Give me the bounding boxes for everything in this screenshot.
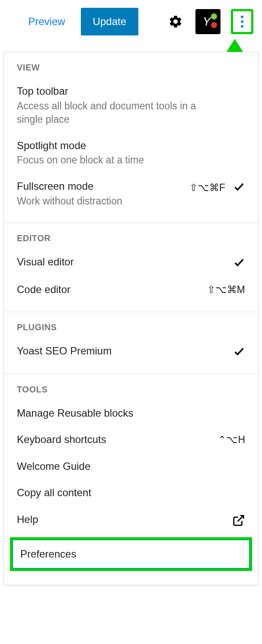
editor-toolbar: Preview Update Y <box>0 0 262 43</box>
settings-button[interactable] <box>166 12 185 31</box>
menu-spotlight-mode[interactable]: Spotlight mode Focus on one block at a t… <box>4 132 258 173</box>
svg-line-1 <box>238 516 244 522</box>
update-button[interactable]: Update <box>81 8 138 35</box>
yoast-icon: Y <box>203 15 211 29</box>
menu-manage-reusable-blocks[interactable]: Manage Reusable blocks <box>4 400 258 427</box>
menu-title: Spotlight mode <box>17 138 241 153</box>
check-icon <box>233 256 245 270</box>
section-tools: Tools Manage Reusable blocks Keyboard sh… <box>4 374 258 585</box>
preview-link[interactable]: Preview <box>28 16 65 28</box>
external-link-icon <box>232 514 245 529</box>
menu-code-editor[interactable]: Code editor ⇧⌥⌘M <box>4 276 258 303</box>
shortcut-label: ⇧⌥⌘F <box>189 182 225 194</box>
menu-title: Top toolbar <box>17 84 241 99</box>
shortcut-label: ⌃⌥H <box>218 434 245 446</box>
menu-preferences[interactable]: Preferences <box>10 537 252 571</box>
menu-yoast-seo[interactable]: Yoast SEO Premium <box>4 338 258 365</box>
shortcut-label: ⇧⌥⌘M <box>207 284 245 296</box>
menu-title: Keyboard shortcuts <box>17 432 214 447</box>
section-header-view: View <box>4 63 258 78</box>
more-vertical-icon <box>241 16 243 28</box>
section-plugins: Plugins Yoast SEO Premium <box>4 312 258 374</box>
gear-icon <box>168 14 183 29</box>
menu-visual-editor[interactable]: Visual editor <box>4 249 258 276</box>
menu-title: Code editor <box>17 282 203 297</box>
menu-copy-all-content[interactable]: Copy all content <box>4 479 258 506</box>
seo-score-dot-red <box>211 22 217 28</box>
check-icon <box>233 345 245 359</box>
menu-title: Manage Reusable blocks <box>17 406 241 421</box>
menu-title: Yoast SEO Premium <box>17 344 229 358</box>
menu-top-toolbar[interactable]: Top toolbar Access all block and documen… <box>4 78 258 132</box>
menu-title: Fullscreen mode <box>17 179 185 194</box>
section-header-tools: Tools <box>4 385 258 400</box>
check-icon <box>233 181 245 194</box>
menu-title: Visual editor <box>17 255 229 269</box>
section-editor: Editor Visual editor Code editor ⇧⌥⌘M <box>4 223 258 312</box>
menu-desc: Access all block and document tools in a… <box>17 99 198 126</box>
menu-title: Help <box>17 512 228 527</box>
options-menu-button[interactable] <box>231 9 253 34</box>
menu-help[interactable]: Help <box>4 506 258 535</box>
menu-keyboard-shortcuts[interactable]: Keyboard shortcuts ⌃⌥H <box>4 426 258 453</box>
section-view: View Top toolbar Access all block and do… <box>4 52 258 223</box>
menu-welcome-guide[interactable]: Welcome Guide <box>4 453 258 480</box>
seo-score-dot-green <box>211 13 217 19</box>
menu-desc: Work without distraction <box>17 194 185 208</box>
section-header-editor: Editor <box>4 233 258 249</box>
menu-fullscreen-mode[interactable]: Fullscreen mode Work without distraction… <box>4 173 258 214</box>
section-header-plugins: Plugins <box>4 322 258 338</box>
menu-title: Copy all content <box>17 485 241 500</box>
options-dropdown: View Top toolbar Access all block and do… <box>3 52 259 585</box>
menu-title: Preferences <box>20 547 242 561</box>
yoast-button[interactable]: Y <box>195 9 220 34</box>
menu-desc: Focus on one block at a time <box>17 153 198 167</box>
menu-title: Welcome Guide <box>17 459 241 474</box>
